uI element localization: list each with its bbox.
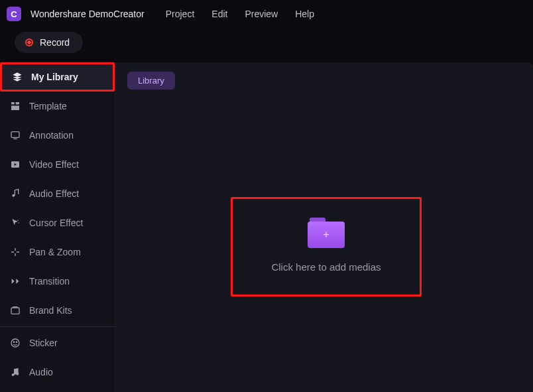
sidebar-item-label: Cursor Effect [29,218,83,228]
sidebar-item-annotation[interactable]: Annotation [0,121,115,150]
menu-preview[interactable]: Preview [245,9,278,19]
record-button[interactable]: Record [15,32,83,53]
sidebar-item-label: Audio Effect [29,188,79,199]
layers-icon [11,71,23,83]
sidebar-item-transition[interactable]: Transition [0,267,115,296]
menu-help[interactable]: Help [295,9,314,19]
svg-rect-3 [11,132,19,138]
sidebar-item-label: Video Effect [29,159,79,170]
sidebar-item-label: Brand Kits [29,305,72,316]
toolbar: Record [0,28,533,62]
svg-point-7 [19,222,19,223]
svg-point-6 [17,220,18,220]
video-effect-icon [9,159,21,170]
title-bar: C Wondershare DemoCreator Project Edit P… [0,0,533,28]
workspace: My Library Template Annotation Video Eff… [0,62,533,392]
drop-text: Click here to add medias [271,261,381,273]
menu-project[interactable]: Project [166,9,195,19]
sidebar-item-label: Transition [29,276,70,287]
sidebar-item-audio-effect[interactable]: Audio Effect [0,179,115,208]
folder-plus-icon: + [308,222,345,248]
svg-point-13 [16,373,19,375]
tab-row: Library [115,62,533,99]
main-panel: Library + Click here to add medias [115,62,533,392]
sidebar-item-audio[interactable]: Audio [0,358,115,387]
menu-bar: Project Edit Preview Help [166,9,314,19]
sidebar-item-label: My Library [31,72,78,82]
sidebar-item-label: Audio [29,367,53,377]
svg-point-11 [16,342,17,342]
sidebar-item-label: Annotation [29,130,74,141]
menu-edit[interactable]: Edit [211,9,227,19]
cursor-effect-icon [9,217,21,229]
app-title: Wondershare DemoCreator [30,9,145,19]
svg-point-10 [13,342,14,342]
sidebar-item-brand-kits[interactable]: Brand Kits [0,296,115,325]
app-logo: C [7,7,21,21]
annotation-icon [9,129,21,141]
record-label: Record [40,37,70,48]
sidebar-item-video-effect[interactable]: Video Effect [0,150,115,179]
sidebar-item-label: Sticker [29,338,58,348]
svg-rect-8 [11,308,19,314]
svg-point-9 [11,339,19,347]
sidebar-item-my-library[interactable]: My Library [0,62,115,92]
svg-rect-1 [16,102,19,104]
sticker-icon [9,337,21,349]
transition-icon [9,275,21,287]
template-icon [9,100,21,112]
add-media-dropzone[interactable]: + Click here to add medias [231,197,422,296]
sidebar-item-template[interactable]: Template [0,92,115,121]
audio-effect-icon [9,188,21,200]
audio-icon [9,366,21,378]
sidebar-item-sticker[interactable]: Sticker [0,328,115,358]
pan-zoom-icon [9,246,21,258]
sidebar-divider [0,326,115,327]
brand-kits-icon [9,304,21,316]
sidebar-item-pan-zoom[interactable]: Pan & Zoom [0,237,115,267]
svg-rect-2 [11,105,19,110]
svg-point-12 [12,373,15,376]
sidebar-item-label: Pan & Zoom [29,247,81,257]
sidebar-item-label: Template [29,101,67,111]
sidebar: My Library Template Annotation Video Eff… [0,62,115,392]
svg-rect-0 [11,102,15,104]
logo-letter: C [11,9,17,19]
tab-library[interactable]: Library [127,72,175,90]
sidebar-item-cursor-effect[interactable]: Cursor Effect [0,208,115,237]
record-icon [25,38,33,46]
